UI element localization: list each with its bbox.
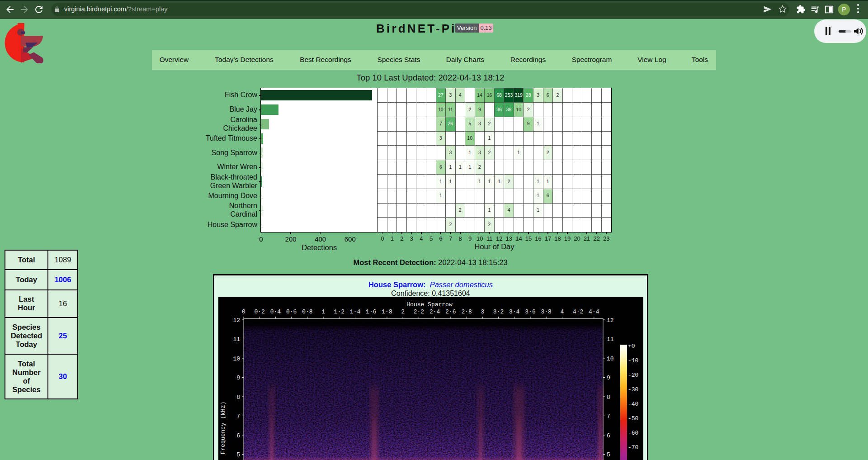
svg-text:3·8: 3·8 — [541, 308, 551, 315]
svg-text:7: 7 — [236, 413, 240, 420]
svg-text:4·2: 4·2 — [573, 308, 583, 315]
svg-text:5: 5 — [607, 451, 610, 458]
svg-text:9: 9 — [607, 375, 610, 381]
svg-text:8: 8 — [607, 394, 610, 401]
svg-text:+0: +0 — [628, 343, 635, 350]
svg-text:6: 6 — [607, 432, 610, 439]
svg-text:0·2: 0·2 — [254, 308, 264, 315]
svg-text:3: 3 — [481, 308, 484, 315]
svg-text:-10: -10 — [628, 357, 638, 364]
svg-text:2·8: 2·8 — [461, 308, 472, 315]
svg-text:5: 5 — [236, 451, 240, 458]
svg-text:11: 11 — [233, 336, 240, 343]
svg-text:0: 0 — [242, 308, 245, 315]
svg-text:3·4: 3·4 — [509, 308, 520, 315]
svg-text:3·6: 3·6 — [525, 308, 535, 315]
svg-text:1·2: 1·2 — [334, 308, 344, 315]
svg-text:1·4: 1·4 — [350, 308, 361, 315]
svg-text:0·4: 0·4 — [270, 308, 281, 315]
svg-text:10: 10 — [233, 356, 240, 362]
svg-text:0·6: 0·6 — [286, 308, 297, 315]
svg-text:-70: -70 — [628, 444, 638, 451]
svg-text:Frequency (kHz): Frequency (kHz) — [220, 401, 226, 454]
svg-text:House Sparrow: House Sparrow — [406, 301, 453, 308]
svg-text:2·6: 2·6 — [445, 308, 456, 315]
svg-text:1·8: 1·8 — [382, 308, 392, 315]
svg-text:8: 8 — [236, 394, 240, 401]
svg-text:3·2: 3·2 — [493, 308, 504, 315]
svg-text:0·8: 0·8 — [302, 308, 312, 315]
svg-text:2·2: 2·2 — [414, 308, 424, 315]
svg-text:-20: -20 — [628, 372, 638, 379]
svg-text:2: 2 — [401, 308, 405, 315]
svg-text:12: 12 — [607, 317, 614, 324]
svg-text:10: 10 — [607, 356, 614, 362]
svg-text:11: 11 — [607, 336, 614, 343]
svg-text:1·6: 1·6 — [366, 308, 376, 315]
svg-text:12: 12 — [233, 317, 240, 324]
svg-text:1: 1 — [321, 308, 325, 315]
svg-text:4·4: 4·4 — [589, 308, 599, 315]
svg-text:7: 7 — [607, 413, 610, 420]
svg-text:-50: -50 — [628, 415, 638, 422]
svg-text:-60: -60 — [628, 430, 638, 436]
svg-text:-30: -30 — [628, 386, 638, 393]
svg-text:9: 9 — [236, 375, 240, 381]
svg-text:4: 4 — [560, 308, 564, 315]
svg-text:-40: -40 — [628, 401, 638, 408]
svg-text:2·4: 2·4 — [429, 308, 440, 315]
svg-text:6: 6 — [236, 432, 240, 439]
